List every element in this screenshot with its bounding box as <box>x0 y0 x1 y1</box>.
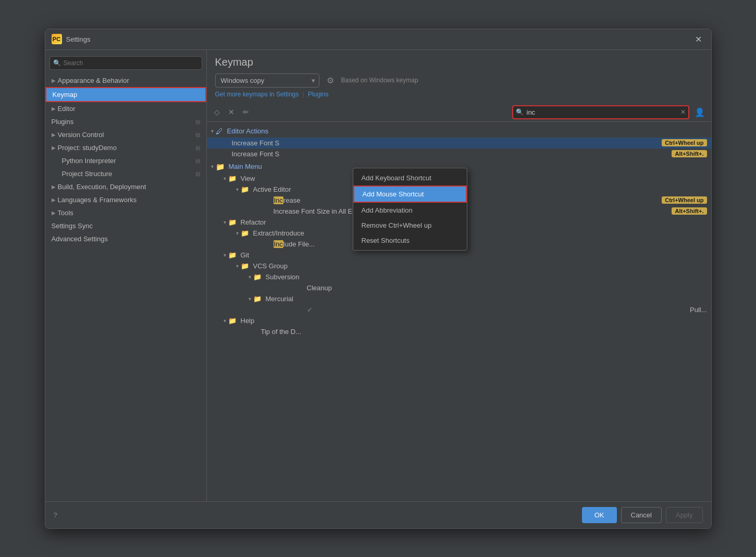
tree-group-label-editor-actions: Editor Actions <box>227 127 269 135</box>
bottom-buttons: OK Cancel Apply <box>582 507 703 523</box>
version-control-icon: ▤ <box>195 132 200 138</box>
project-structure-icon: ▤ <box>195 171 200 177</box>
main-header: Keymap Windows copy ⚙ Based on Windows k… <box>207 50 711 103</box>
remove-shortcut-button[interactable]: ✕ <box>225 106 238 118</box>
context-item-add-abbreviation[interactable]: Add Abbreviation <box>353 203 467 218</box>
tree-row-cleanup[interactable]: Cleanup <box>244 282 711 293</box>
title-bar-left: PC Settings <box>52 34 91 44</box>
tree-folder-vcs-group[interactable]: ▾ 📁 VCS Group <box>232 261 711 271</box>
chevron-icon: ▾ <box>211 164 214 169</box>
tree-folder-subversion[interactable]: ▾ 📁 Subversion <box>244 271 711 282</box>
sidebar-item-build[interactable]: ▶ Build, Execution, Deployment <box>45 180 206 193</box>
clear-search-icon[interactable]: ✕ <box>680 108 686 116</box>
person-button[interactable]: 👤 <box>692 105 707 119</box>
apply-button[interactable]: Apply <box>666 507 703 523</box>
keymap-description: Based on Windows keymap <box>341 77 418 84</box>
sidebar: 🔍 ▶ Appearance & Behavior Keymap ▶ Edito… <box>45 50 207 501</box>
keymap-bar: Windows copy ⚙ Based on Windows keymap <box>215 73 703 88</box>
dialog-title: Settings <box>66 35 91 43</box>
tree-folder-help[interactable]: ▾ 📁 Help <box>219 315 711 326</box>
tree-row-increase[interactable]: Increase Ctrl+Wheel up <box>232 195 711 206</box>
tree-row-increase-all[interactable]: Increase Font Size in All Editors Alt+Sh… <box>232 206 711 217</box>
keymap-select[interactable]: Windows copy <box>215 73 319 88</box>
git-folder-icon: 📁 <box>228 251 237 259</box>
tree-folder-extract[interactable]: ▾ 📁 Extract/Introduce <box>232 228 711 239</box>
context-item-reset[interactable]: Reset Shortcuts <box>353 233 467 248</box>
tree-row-label: Increase Font S <box>232 150 672 158</box>
main-menu-folder-icon: 📁 <box>216 163 225 171</box>
subversion-folder-icon: 📁 <box>253 273 262 281</box>
tree-folder-mercurial[interactable]: ▾ 📁 Mercurial <box>244 293 711 304</box>
chevron-icon: ▾ <box>236 230 239 236</box>
sidebar-item-editor[interactable]: ▶ Editor <box>45 102 206 115</box>
sidebar-item-tools[interactable]: ▶ Tools <box>45 206 206 219</box>
add-shortcut-button[interactable]: ◇ <box>211 106 223 118</box>
tree-folder-active-editor[interactable]: ▾ 📁 Active Editor <box>232 184 711 195</box>
keymap-search-input[interactable] <box>512 105 689 119</box>
tree-folder-git[interactable]: ▾ 📁 Git <box>219 250 711 261</box>
toolbar-left: ◇ ✕ ✏ <box>211 106 252 118</box>
settings-dialog: PC Settings ✕ 🔍 ▶ Appearance & Behavior … <box>45 29 712 529</box>
shortcut-badge-alt-shift-2: Alt+Shift+. <box>672 207 707 215</box>
sidebar-item-languages[interactable]: ▶ Languages & Frameworks <box>45 193 206 206</box>
python-icon: ▤ <box>195 158 200 164</box>
shortcut-badge-ctrl-wheel-2: Ctrl+Wheel up <box>662 196 707 204</box>
chevron-icon: ▶ <box>52 145 56 151</box>
tree-subgroup-git: ▾ 📁 Git ▾ 📁 VCS Group <box>207 250 711 315</box>
keymap-gear-button[interactable]: ⚙ <box>325 73 336 88</box>
sidebar-item-plugins[interactable]: Plugins ▤ <box>45 115 206 128</box>
get-more-keymaps-link[interactable]: Get more keymaps in Settings <box>215 91 299 98</box>
project-icon: ▤ <box>195 145 200 151</box>
context-item-remove-ctrl[interactable]: Remove Ctrl+Wheel up <box>353 218 467 233</box>
chevron-icon: ▶ <box>52 78 56 83</box>
editor-actions-folder-icon: 🖊 <box>216 127 223 135</box>
context-item-add-keyboard[interactable]: Add Keyboard Shortcut <box>353 170 467 185</box>
sidebar-search-input[interactable] <box>49 56 202 70</box>
edit-shortcut-button[interactable]: ✏ <box>240 106 252 118</box>
sidebar-item-keymap[interactable]: Keymap <box>45 87 206 102</box>
tree-row-pull[interactable]: ✓ Pull... <box>244 304 711 315</box>
sidebar-item-appearance[interactable]: ▶ Appearance & Behavior <box>45 74 206 87</box>
plugins-link[interactable]: Plugins <box>308 91 328 98</box>
sidebar-item-settings-sync[interactable]: Settings Sync <box>45 219 206 232</box>
tree-subgroup-help: ▾ 📁 Help Tip of the D... <box>207 315 711 337</box>
ok-button[interactable]: OK <box>582 507 617 523</box>
tree-row-label: Include File... <box>274 240 707 248</box>
highlight-inc: Inc <box>274 196 283 204</box>
title-bar: PC Settings ✕ <box>45 29 711 50</box>
keymap-links: Get more keymaps in Settings | Plugins <box>215 91 703 98</box>
context-menu: Add Keyboard Shortcut Add Mouse Shortcut… <box>353 168 467 251</box>
tree-row-increase-font-1[interactable]: Increase Font S Ctrl+Wheel up <box>207 138 711 148</box>
tree-row-tip[interactable]: Tip of the D... <box>219 326 711 337</box>
mercurial-folder-icon: 📁 <box>253 295 262 303</box>
bottom-bar: ? OK Cancel Apply <box>45 501 711 528</box>
chevron-icon: ▾ <box>236 263 239 269</box>
tree-group-header-editor-actions[interactable]: ▾ 🖊 Editor Actions <box>207 125 711 138</box>
dialog-body: 🔍 ▶ Appearance & Behavior Keymap ▶ Edito… <box>45 50 711 501</box>
sidebar-item-version-control[interactable]: ▶ Version Control ▤ <box>45 128 206 141</box>
tree-row-increase-font-2[interactable]: Increase Font S Alt+Shift+. <box>207 148 711 159</box>
chevron-icon: ▾ <box>211 128 214 134</box>
active-editor-folder-icon: 📁 <box>241 185 249 193</box>
help-button[interactable]: ? <box>54 511 57 519</box>
sidebar-item-project-structure[interactable]: Project Structure ▤ <box>45 167 206 180</box>
vcs-folder-icon: 📁 <box>241 262 249 270</box>
chevron-icon: ▾ <box>224 252 226 258</box>
search-wrap-inner: 🔍 ✕ <box>512 105 689 119</box>
sidebar-item-project[interactable]: ▶ Project: studyDemo ▤ <box>45 141 206 154</box>
tree-row-label: Increase Font Size in All Editors <box>274 207 672 215</box>
shortcut-badge-ctrl-wheel: Ctrl+Wheel up <box>662 139 707 146</box>
close-button[interactable]: ✕ <box>692 33 705 45</box>
cancel-button[interactable]: Cancel <box>621 507 662 523</box>
main-title: Keymap <box>215 56 703 68</box>
shortcut-badge-alt-shift: Alt+Shift+. <box>672 150 707 157</box>
search-wrap: 🔍 ✕ 👤 <box>512 105 707 119</box>
chevron-icon: ▾ <box>224 318 226 324</box>
keymap-select-wrap: Windows copy <box>215 73 319 88</box>
checkmark-icon: ✓ <box>307 306 313 314</box>
sidebar-item-python-interpreter[interactable]: Python Interpreter ▤ <box>45 154 206 167</box>
context-item-add-mouse[interactable]: Add Mouse Shortcut <box>353 185 467 203</box>
sidebar-item-advanced-settings[interactable]: Advanced Settings <box>45 232 206 245</box>
chevron-icon: ▶ <box>52 210 56 216</box>
tree-row-include-file[interactable]: Include File... <box>232 239 711 250</box>
